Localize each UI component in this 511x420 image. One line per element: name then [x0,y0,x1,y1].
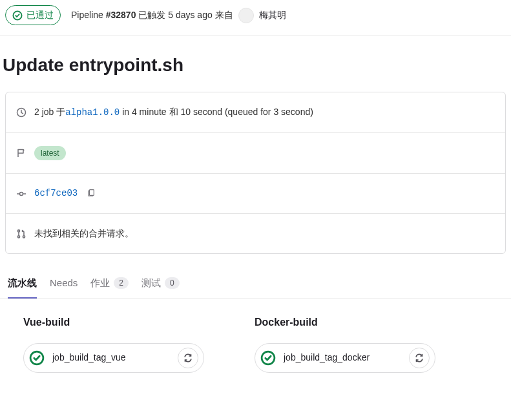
commit-icon [16,189,26,199]
page-title: Update entrypoint.sh [0,36,511,92]
clock-icon [16,107,26,118]
stage-name: Docker-build [255,315,461,330]
check-circle-icon [29,350,45,366]
duration-text: in 4 minute 和 10 second (queued for 3 se… [120,107,313,117]
pipeline-graph: Vue-build job_build_tag_vue Docker-build… [0,299,511,388]
tab-label: 测试 [141,276,161,291]
status-label: 已通过 [26,8,54,22]
svg-point-5 [17,235,19,237]
job-name: job_build_tag_vue [52,351,170,364]
pipeline-header: 已通过 Pipeline #32870 已触发 5 days ago 来自 梅其… [0,0,511,36]
tab-label: 流水线 [8,276,37,291]
merge-request-icon [16,229,26,239]
ref-link[interactable]: alpha1.0.0 [65,107,120,118]
retry-button[interactable] [178,348,198,368]
pipeline-prefix: Pipeline [71,10,106,20]
stage-column: Docker-build job_build_tag_docker [255,315,461,373]
job-pill[interactable]: job_build_tag_docker [255,343,435,373]
tab-pipeline[interactable]: 流水线 [8,269,37,299]
username-link[interactable]: 梅其明 [259,8,286,22]
svg-point-2 [20,192,23,195]
tab-needs[interactable]: Needs [50,269,78,299]
triggered-text: 已触发 5 days ago 来自 [136,10,233,20]
commit-sha-link[interactable]: 6cf7ce03 [34,187,78,200]
svg-point-6 [23,235,25,237]
svg-rect-3 [90,190,94,196]
pipeline-tabs: 流水线 Needs 作业 2 测试 0 [0,254,511,299]
jobs-prefix: 2 job 于 [34,107,65,117]
retry-icon [183,353,193,363]
mr-empty-text: 未找到相关的合并请求。 [34,227,134,240]
pipeline-id[interactable]: #32870 [106,10,136,20]
tab-label: Needs [50,276,78,291]
flag-icon [16,148,26,158]
jobs-count-badge: 2 [114,277,129,289]
tab-tests[interactable]: 测试 0 [141,269,180,299]
copy-sha-button[interactable] [85,187,97,200]
check-circle-icon [260,350,276,366]
retry-icon [414,353,424,363]
job-name: job_build_tag_docker [284,351,401,364]
job-pill[interactable]: job_build_tag_vue [23,343,204,373]
stage-name: Vue-build [23,315,230,330]
info-row-duration: 2 job 于alpha1.0.0 in 4 minute 和 10 secon… [6,92,505,132]
clipboard-icon [87,188,96,197]
pipeline-info-card: 2 job 于alpha1.0.0 in 4 minute 和 10 secon… [5,92,506,254]
pipeline-meta: Pipeline #32870 已触发 5 days ago 来自 梅其明 [71,8,286,23]
tab-jobs[interactable]: 作业 2 [90,269,129,299]
info-row-mr: 未找到相关的合并请求。 [6,213,505,253]
tests-count-badge: 0 [165,277,180,289]
tag-latest-badge[interactable]: latest [34,146,66,160]
avatar[interactable] [238,8,254,23]
tab-label: 作业 [90,276,110,291]
check-circle-icon [12,10,23,21]
svg-point-4 [17,229,19,231]
info-row-commit: 6cf7ce03 [6,173,505,213]
status-badge-passed[interactable]: 已通过 [5,5,61,25]
stage-column: Vue-build job_build_tag_vue [23,315,230,373]
info-row-tag: latest [6,132,505,173]
retry-button[interactable] [409,348,430,368]
